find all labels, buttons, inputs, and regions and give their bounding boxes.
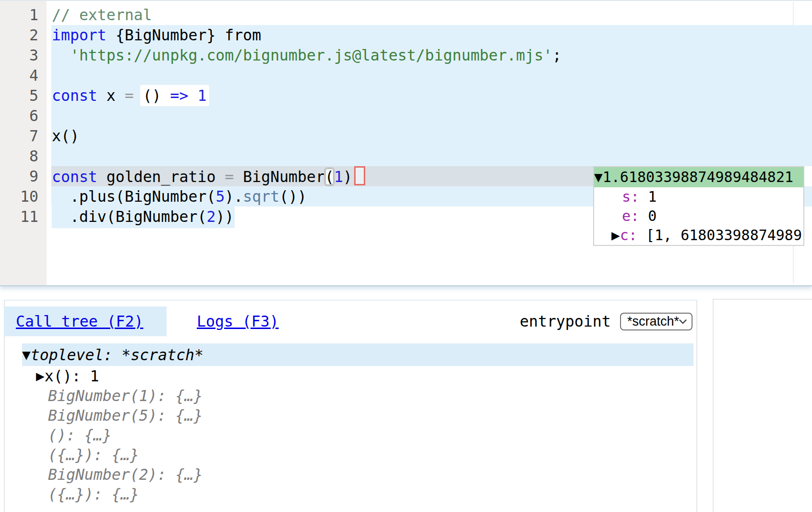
field-value: 1	[639, 187, 657, 207]
plain-token	[52, 47, 70, 64]
line-number: 6	[0, 106, 47, 126]
code-line-2: import {BigNumber} from	[51, 25, 812, 45]
code-line-6	[51, 106, 812, 126]
call-tree-row[interactable]: BigNumber(1): {…}	[5, 386, 696, 405]
number-token: 5	[215, 188, 225, 205]
code-line-4	[51, 65, 812, 85]
call-tree-row[interactable]: ({…}): {…}	[5, 484, 696, 504]
call-tree-panel: Call tree (F2) Logs (F3) entrypoint *scr…	[4, 300, 697, 512]
property-token: sqrt	[243, 188, 279, 205]
expand-arrow-icon[interactable]: ▶	[36, 370, 45, 382]
code-line-8	[51, 146, 812, 166]
plain-token: golden_ratio	[97, 168, 225, 185]
plain-token: {BigNumber} from	[107, 26, 261, 44]
result-field-s: s: 1	[594, 187, 803, 207]
keyword-token: const	[52, 87, 97, 104]
plain-token: x()	[52, 127, 79, 145]
code-line-1: // external	[47, 5, 812, 25]
tab-logs[interactable]: Logs (F3)	[197, 306, 279, 336]
field-value: [1, 61803398874989	[637, 226, 802, 245]
entrypoint-select[interactable]: *scratch*	[620, 313, 693, 330]
line-number: 1	[0, 5, 47, 25]
plain-token: .plus(BigNumber(	[52, 188, 215, 205]
line-number: 2	[0, 25, 47, 45]
call-tree-tab-link[interactable]: Call tree (F2)	[16, 313, 143, 330]
panel-tabstrip: Call tree (F2) Logs (F3) entrypoint *scr…	[5, 306, 696, 336]
expand-arrow-icon[interactable]: ▶	[611, 226, 620, 245]
call-tree-row-label: BigNumber(5): {…}	[48, 407, 203, 424]
tab-call-tree[interactable]: Call tree (F2)	[4, 306, 167, 336]
logs-tab-link[interactable]: Logs (F3)	[197, 313, 279, 330]
field-value: 0	[639, 207, 657, 226]
call-tree-row[interactable]: BigNumber(2): {…}	[5, 464, 696, 484]
keyword-token: import	[52, 26, 107, 44]
number-token: 1	[189, 87, 207, 104]
comment-token: // external	[52, 6, 152, 24]
inline-result-widget: ▼1.61803398874989484821 s: 1 e: 0 ▶c: [1…	[593, 166, 804, 246]
call-tree-root-row[interactable]: ▼toplevel: *scratch*	[22, 343, 693, 366]
call-tree-root-label: toplevel: *scratch*	[31, 346, 203, 364]
call-tree-row-label: ({…}): {…}	[48, 486, 139, 503]
line-number: 5	[0, 85, 47, 106]
keyword-token: const	[52, 168, 97, 185]
plain-token: )	[343, 168, 352, 185]
result-value-row[interactable]: ▼1.61803398874989484821	[594, 167, 803, 187]
field-key: e:	[622, 207, 639, 226]
line-number: 8	[0, 146, 47, 166]
call-tree-row-label: BigNumber(1): {…}	[48, 387, 203, 404]
code-editor[interactable]: 1 2 3 4 5 6 7 8 9 10 11 // external impo…	[0, 0, 812, 286]
plain-token: x	[97, 87, 125, 104]
string-token: 'https://unpkg.com/bignumber.js@latest/b…	[70, 47, 552, 64]
field-key: s:	[622, 187, 639, 207]
eval-side-panel	[713, 299, 812, 512]
entrypoint-label: entrypoint	[520, 306, 611, 336]
code-line-7: x()	[51, 126, 812, 146]
call-tree-row[interactable]: BigNumber(5): {…}	[5, 405, 696, 425]
call-tree-row[interactable]: ({…}): {…}	[5, 445, 696, 464]
line-number: 9	[0, 166, 47, 186]
plain-token: ))	[215, 208, 234, 225]
line-number-gutter: 1 2 3 4 5 6 7 8 9 10 11	[0, 1, 47, 285]
result-value: 1.61803398874989484821	[603, 167, 793, 187]
code-line-9-current: const golden_ratio = BigNumber(1)	[51, 166, 593, 186]
line-number: 11	[0, 207, 47, 227]
call-tree-row[interactable]: ▶x(): 1	[5, 366, 696, 386]
code-line-3: 'https://unpkg.com/bignumber.js@latest/b…	[51, 45, 812, 65]
line-number: 4	[0, 65, 47, 85]
arrow-token: =>	[170, 87, 189, 104]
plain-token: .div(BigNumber(	[52, 208, 206, 225]
number-token: 2	[206, 208, 215, 225]
app-root: { "editor": { "gutter": ["1","2","3","4"…	[0, 0, 812, 512]
plain-token: ()	[143, 87, 170, 104]
function-highlight-box[interactable]: () => 1	[140, 85, 210, 106]
plain-token: BigNumber	[234, 168, 325, 185]
line-number: 7	[0, 126, 47, 146]
result-field-c: ▶c: [1, 61803398874989	[594, 226, 803, 245]
field-key: c:	[620, 226, 637, 245]
operator-token: =	[225, 168, 234, 185]
text-cursor	[354, 166, 365, 185]
call-tree-row[interactable]: (): {…}	[5, 425, 696, 445]
call-tree: ▼toplevel: *scratch* ▶x(): 1 BigNumber(1…	[5, 343, 696, 504]
result-field-e: e: 0	[594, 207, 803, 226]
call-tree-row-label: BigNumber(2): {…}	[48, 466, 203, 483]
plain-token: ).	[225, 188, 243, 205]
number-token: 1	[334, 168, 343, 185]
call-tree-row-label: (): {…}	[48, 427, 112, 444]
chevron-down-icon	[679, 318, 687, 325]
call-tree-row-label: x(): 1	[45, 367, 99, 385]
line-number: 3	[0, 45, 47, 65]
plain-token: ;	[552, 47, 561, 64]
selection-highlight: .div(BigNumber(2))	[52, 206, 235, 228]
code-line-5: const x = () => 1	[51, 85, 812, 106]
line-number: 10	[0, 186, 47, 207]
collapse-arrow-icon[interactable]: ▼	[594, 167, 603, 187]
entrypoint-selected-value: *scratch*	[627, 314, 679, 329]
plain-token: ())	[279, 188, 307, 205]
operator-token: =	[125, 87, 134, 104]
call-tree-row-label: ({…}): {…}	[48, 446, 139, 463]
collapse-arrow-icon[interactable]: ▼	[22, 349, 31, 361]
matching-bracket-highlight: (	[325, 168, 334, 185]
